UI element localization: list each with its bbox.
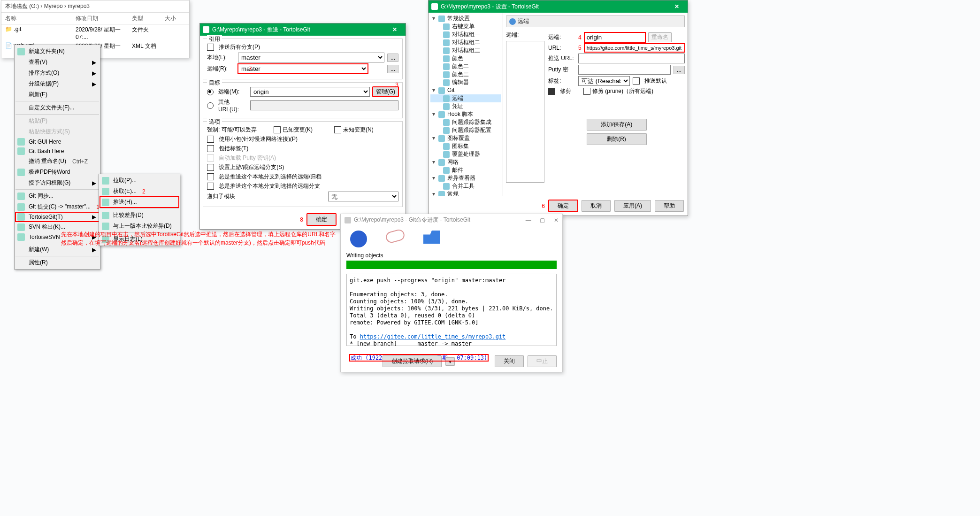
tree-node[interactable]: 图标集 xyxy=(430,142,501,150)
tree-node[interactable]: ▾Hook 脚本 xyxy=(430,110,501,118)
status-label: Writing objects xyxy=(341,252,562,261)
col-name[interactable]: 名称 xyxy=(5,15,76,23)
tree-node[interactable]: 覆盖处理器 xyxy=(430,150,501,158)
help-button[interactable]: 帮助 xyxy=(655,200,684,212)
progress-bar xyxy=(346,261,557,269)
menu-item[interactable]: 拉取(P)... xyxy=(100,175,179,186)
tree-node[interactable]: 问题跟踪器配置 xyxy=(430,126,501,134)
tree-node[interactable]: 邮件 xyxy=(430,166,501,174)
manage-button[interactable]: 管理(G) xyxy=(373,87,398,97)
tag-select[interactable]: 可达 (Reachable) xyxy=(578,76,630,86)
menu-item[interactable]: 分组依据(P)▶ xyxy=(15,78,99,89)
dest-remote-radio[interactable] xyxy=(207,89,214,95)
tree-node[interactable]: 颜色二 xyxy=(430,62,501,70)
tree-node[interactable]: ▾差异查看器 xyxy=(430,174,501,182)
remote-branch-select[interactable]: master xyxy=(238,64,368,74)
menu-item[interactable]: TortoiseGit(T)▶ xyxy=(15,212,99,222)
stop-button: 中止 xyxy=(528,355,557,367)
push-all-checkbox[interactable] xyxy=(207,44,214,51)
tree-node[interactable]: 凭证 xyxy=(430,102,501,110)
repo-link[interactable]: https://gitee.com/little_time_s/myrepo3.… xyxy=(360,333,506,340)
menu-item[interactable]: 粘贴(P) xyxy=(15,116,99,126)
menu-item[interactable]: Git GUI Here xyxy=(15,137,99,146)
menu-item[interactable]: 撤消 重命名(U)Ctrl+Z xyxy=(15,156,99,167)
dest-url-radio[interactable] xyxy=(207,102,214,109)
app-icon xyxy=(203,26,209,33)
ok-button[interactable]: 确定 xyxy=(549,200,578,212)
menu-item[interactable]: 推送(H)... xyxy=(100,197,179,208)
dest-remote-select[interactable]: origin xyxy=(250,87,370,97)
progress-dialog: G:\Myrepo\myrepo3 - Git命令进度 - TortoiseGi… xyxy=(340,214,563,372)
rename-button[interactable]: 重命名 xyxy=(648,32,672,42)
tree-node[interactable]: 颜色三 xyxy=(430,70,501,78)
tree-node[interactable]: ▾常规设置 xyxy=(430,15,501,23)
tree-node[interactable]: 合并工具 xyxy=(430,182,501,190)
menu-item[interactable]: 自定义文件夹(F)... xyxy=(15,102,99,113)
menu-item[interactable]: 授予访问权限(G)▶ xyxy=(15,177,99,188)
close-icon[interactable]: ✕ xyxy=(387,24,403,35)
ok-button[interactable]: 确定 xyxy=(307,214,336,225)
tree-node[interactable]: 颜色一 xyxy=(430,54,501,62)
app-icon xyxy=(431,3,438,10)
apply-button[interactable]: 应用(A) xyxy=(614,200,651,212)
putty-key-input[interactable] xyxy=(578,65,671,75)
col-size[interactable]: 大小 xyxy=(165,15,176,23)
tree-node[interactable]: 编辑器 xyxy=(430,78,501,86)
menu-item[interactable]: 新建文件夹(N) xyxy=(15,46,99,57)
tree-node[interactable]: 问题跟踪器集成 xyxy=(430,118,501,126)
menu-item[interactable]: 比较差异(D) xyxy=(100,210,179,221)
app-icon xyxy=(345,217,351,223)
menu-item[interactable]: Git 提交(C) -> "master"...1 xyxy=(15,201,99,212)
remote-listbox[interactable] xyxy=(506,41,544,183)
col-date[interactable]: 修改日期 xyxy=(76,15,132,23)
submodule-select[interactable]: 无 xyxy=(328,192,398,201)
tree-node[interactable]: 对话框组二 xyxy=(430,39,501,46)
menu-item[interactable]: 刷新(E) xyxy=(15,89,99,100)
tree-node[interactable]: ▾网络 xyxy=(430,158,501,166)
annotation-note: 先在本地创建的项目中右击，然后选中TorotiseGit然后选中推送，然后在选择… xyxy=(61,230,336,247)
output-console[interactable]: git.exe push --progress "origin" master:… xyxy=(346,274,557,346)
close-icon[interactable]: ✕ xyxy=(669,1,685,12)
menu-item[interactable]: 查看(V)▶ xyxy=(15,57,99,68)
titlebar: G:\Myrepo\myrepo3 - 设置 - TortoiseGit ✕ xyxy=(429,0,688,13)
menu-item[interactable]: 获取(E)...2 xyxy=(100,186,179,197)
close-button[interactable]: 关闭 xyxy=(495,355,524,367)
browse-remote-button[interactable]: ... xyxy=(387,65,398,73)
url-input[interactable] xyxy=(584,44,685,52)
menu-item[interactable]: 排序方式(O)▶ xyxy=(15,68,99,78)
create-pr-button[interactable]: 创建拉取请求(R) xyxy=(383,355,442,367)
globe-icon xyxy=(509,18,516,25)
progress-icons xyxy=(341,226,562,252)
menu-item[interactable]: 属性(R) xyxy=(15,257,99,268)
local-branch-select[interactable]: master xyxy=(238,53,384,62)
other-url-input xyxy=(250,100,398,110)
menu-item[interactable]: 极速PDF转Word xyxy=(15,167,99,177)
menu-item[interactable]: Git Bash Here xyxy=(15,146,99,156)
tree-node[interactable]: 右键菜单 xyxy=(430,23,501,31)
remote-name-input[interactable] xyxy=(584,32,645,42)
breadcrumb[interactable]: 本地磁盘 (G:) › Myrepo › myrepo3 xyxy=(1,0,189,13)
menu-item[interactable]: Git 同步... xyxy=(15,191,99,201)
tree-node[interactable]: 对话框组一 xyxy=(430,31,501,39)
tree-node[interactable]: 对话框组三 xyxy=(430,46,501,54)
close-icon[interactable]: ✕ xyxy=(554,217,559,223)
browse-local-button[interactable]: ... xyxy=(387,54,398,62)
add-save-button[interactable]: 添加/保存(A) xyxy=(587,119,647,131)
window-title: G:\Myrepo\myrepo3 - 推送 - TortoiseGit xyxy=(212,26,310,34)
menu-item[interactable]: 粘贴快捷方式(S) xyxy=(15,126,99,137)
file-row[interactable]: 📁 .git 2020/9/28/ 星期一 07:... 文件夹 xyxy=(1,25,189,41)
remove-button[interactable]: 删除(R) xyxy=(587,133,647,145)
pr-dropdown-button[interactable]: ▾ xyxy=(445,357,455,366)
tree-node[interactable]: ▾图标覆盖 xyxy=(430,134,501,142)
maximize-icon[interactable]: ▢ xyxy=(540,217,545,223)
cancel-button[interactable]: 取消 xyxy=(582,200,611,212)
tree-node[interactable]: 远端 xyxy=(430,94,501,102)
tree-node[interactable]: ▾Git xyxy=(430,86,501,94)
settings-tree[interactable]: ▾常规设置右键菜单对话框组一对话框组二对话框组三颜色一颜色二颜色三编辑器▾Git… xyxy=(429,13,503,196)
push-url-input[interactable] xyxy=(578,54,685,63)
browse-putty-button[interactable]: ... xyxy=(674,66,685,74)
minimize-icon[interactable]: — xyxy=(526,217,531,223)
panel-header: 远端 xyxy=(506,15,685,27)
col-type[interactable]: 类型 xyxy=(132,15,165,23)
tree-node[interactable]: ▾常规 xyxy=(430,190,501,196)
